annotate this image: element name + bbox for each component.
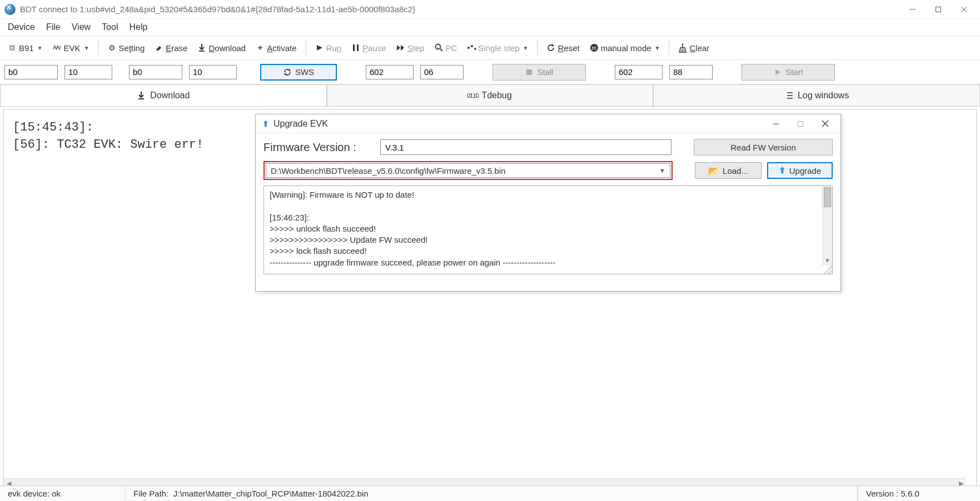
reset-label: Reset bbox=[558, 43, 579, 53]
dialog-maximize-button[interactable] bbox=[788, 116, 813, 132]
mode-icon: m bbox=[590, 43, 599, 52]
minimize-button[interactable] bbox=[900, 1, 926, 18]
menu-help[interactable]: Help bbox=[125, 20, 152, 34]
step-label: Step bbox=[407, 43, 425, 53]
upgrade-button[interactable]: ⬆ Upgrade bbox=[767, 162, 833, 179]
clear-button[interactable]: Clear bbox=[674, 41, 714, 55]
load-button[interactable]: 📂 Load... bbox=[695, 162, 762, 179]
reset-icon bbox=[546, 43, 555, 52]
svg-marker-16 bbox=[552, 44, 554, 47]
refresh-icon bbox=[283, 68, 292, 77]
param-f-input[interactable] bbox=[420, 65, 464, 79]
maximize-button[interactable] bbox=[926, 1, 951, 18]
svg-rect-1 bbox=[936, 7, 941, 12]
tab-download-label: Download bbox=[150, 91, 190, 101]
setting-button[interactable]: ⚙ Setting bbox=[103, 41, 150, 55]
vertical-scrollbar[interactable]: ▼ bbox=[822, 186, 832, 265]
chip-selector[interactable]: B91 ▼ bbox=[3, 41, 47, 55]
chevron-down-icon: ▼ bbox=[523, 45, 529, 51]
reset-button[interactable]: Reset bbox=[542, 41, 584, 55]
sws-button[interactable]: SWS bbox=[260, 64, 337, 81]
dialog-titlebar: ⬆ Upgrade EVK bbox=[256, 114, 840, 133]
firmware-version-input[interactable] bbox=[380, 139, 671, 155]
broom-icon bbox=[678, 43, 687, 52]
download-button[interactable]: Download bbox=[193, 41, 250, 55]
pause-icon bbox=[351, 43, 360, 52]
load-label: Load... bbox=[723, 166, 748, 176]
pause-button[interactable]: Pause bbox=[347, 41, 391, 55]
run-button[interactable]: Run bbox=[311, 41, 346, 55]
svg-text:m: m bbox=[592, 45, 596, 51]
stop-icon bbox=[525, 68, 534, 77]
menu-view[interactable]: View bbox=[67, 20, 95, 34]
svg-line-20 bbox=[681, 49, 681, 52]
scrollbar-thumb[interactable] bbox=[824, 187, 831, 207]
svg-point-13 bbox=[467, 47, 470, 49]
param-b-input[interactable] bbox=[64, 65, 112, 79]
activate-label: Activate bbox=[267, 43, 296, 53]
download-icon bbox=[137, 91, 146, 100]
window-titlebar: BDT connect to 1:usb#vid_248a&pid_5320#5… bbox=[0, 0, 980, 19]
evk-selector[interactable]: EVK ▼ bbox=[48, 41, 94, 55]
plus-icon: ＋ bbox=[256, 43, 265, 52]
tab-download[interactable]: Download bbox=[0, 84, 327, 106]
firmware-path-highlight: D:\Workbench\BDT\release_v5.6.0\config\f… bbox=[263, 161, 673, 180]
file-path-label: File Path: bbox=[133, 489, 168, 498]
param-g-input[interactable] bbox=[615, 65, 663, 79]
mode-selector[interactable]: m manual mode ▼ bbox=[585, 41, 665, 55]
eraser-icon bbox=[155, 43, 163, 52]
chevron-down-icon: ▼ bbox=[84, 45, 89, 51]
close-button[interactable] bbox=[951, 1, 977, 18]
menu-file[interactable]: File bbox=[42, 20, 65, 34]
svg-rect-7 bbox=[353, 44, 355, 51]
firmware-path-value: D:\Workbench\BDT\release_v5.6.0\config\f… bbox=[271, 166, 505, 176]
pc-label: PC bbox=[446, 43, 457, 53]
pc-button[interactable]: PC bbox=[430, 41, 462, 55]
param-h-input[interactable] bbox=[669, 65, 713, 79]
step-button[interactable]: Step bbox=[392, 41, 429, 55]
param-e-input[interactable] bbox=[366, 65, 414, 79]
svg-marker-26 bbox=[775, 69, 780, 75]
firmware-path-combo[interactable]: D:\Workbench\BDT\release_v5.6.0\config\f… bbox=[266, 163, 670, 178]
arrow-up-icon: ⬆ bbox=[261, 119, 270, 128]
read-fw-label: Read FW Version bbox=[730, 143, 796, 152]
read-fw-button[interactable]: Read FW Version bbox=[694, 139, 833, 156]
firmware-version-label: Firmware Version : bbox=[263, 141, 375, 154]
menu-tool[interactable]: Tool bbox=[97, 20, 122, 34]
main-panel: [15:45:43]: [56]: TC32 EVK: Swire err! ⬆… bbox=[3, 109, 977, 489]
activate-button[interactable]: ＋ Activate bbox=[251, 41, 301, 55]
clear-label: Clear bbox=[689, 43, 709, 53]
tab-tdebug[interactable]: 0110 Tdebug bbox=[327, 84, 654, 106]
menu-device[interactable]: Device bbox=[3, 20, 39, 34]
svg-marker-6 bbox=[317, 45, 322, 51]
step-icon bbox=[396, 43, 405, 52]
svg-point-15 bbox=[474, 48, 476, 50]
tab-log[interactable]: Log windows bbox=[653, 84, 980, 106]
stall-label: Stall bbox=[537, 67, 553, 77]
param-c-input[interactable] bbox=[129, 65, 182, 79]
param-d-input[interactable] bbox=[189, 65, 237, 79]
dialog-close-button[interactable] bbox=[813, 116, 837, 132]
run-label: Run bbox=[326, 43, 342, 53]
stall-button[interactable]: Stall bbox=[493, 64, 586, 81]
search-icon bbox=[435, 43, 444, 52]
single-step-button[interactable]: Single step ▼ bbox=[462, 41, 533, 55]
download-icon bbox=[197, 43, 206, 52]
setting-label: Setting bbox=[119, 43, 145, 53]
tab-log-label: Log windows bbox=[798, 91, 849, 101]
resize-grip[interactable] bbox=[824, 265, 832, 274]
chevron-down-icon: ▼ bbox=[37, 45, 43, 51]
pause-label: Pause bbox=[362, 43, 386, 53]
separator bbox=[669, 40, 669, 56]
chevron-down-icon: ▼ bbox=[659, 167, 665, 174]
sws-label: SWS bbox=[295, 67, 314, 77]
device-status: evk device: ok bbox=[0, 486, 126, 501]
svg-rect-8 bbox=[357, 44, 359, 51]
scroll-down-icon[interactable]: ▼ bbox=[823, 255, 832, 265]
param-a-input[interactable] bbox=[4, 65, 58, 79]
chip-label: B91 bbox=[19, 43, 34, 53]
start-button[interactable]: Start bbox=[742, 64, 835, 81]
dialog-minimize-button[interactable] bbox=[764, 116, 788, 132]
erase-button[interactable]: Erase bbox=[150, 41, 192, 55]
separator bbox=[537, 40, 538, 56]
